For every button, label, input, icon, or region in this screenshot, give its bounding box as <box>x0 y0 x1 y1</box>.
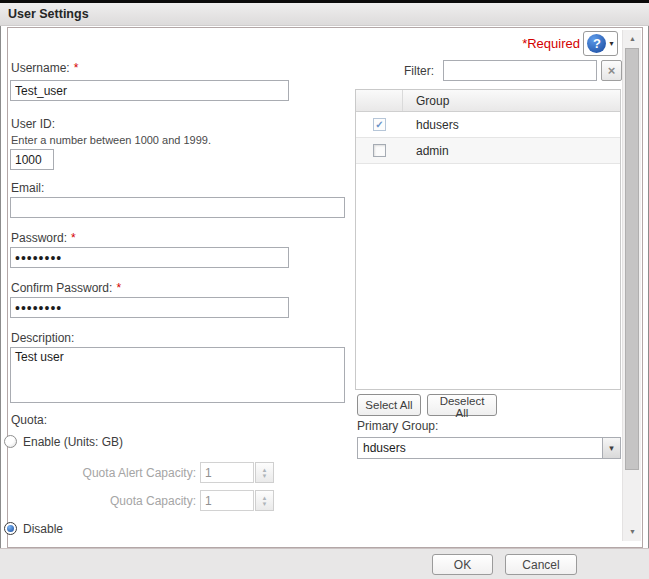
group-name: hdusers <box>403 112 459 137</box>
cancel-button[interactable]: Cancel <box>505 554 577 575</box>
checkbox-cell <box>356 138 403 163</box>
help-button[interactable]: ? ▾ <box>583 31 618 56</box>
group-column-header: Group <box>403 90 449 111</box>
email-input[interactable] <box>10 197 345 218</box>
password-label-text: Password: <box>11 231 67 245</box>
dialog-titlebar: User Settings <box>0 0 649 26</box>
ok-button[interactable]: OK <box>432 554 493 575</box>
spinner-down-icon: ▼ <box>262 473 268 479</box>
quota-enable-label: Enable (Units: GB) <box>23 435 123 449</box>
user-id-input[interactable] <box>10 149 54 170</box>
password-label: Password:* <box>11 231 76 245</box>
deselect-all-button[interactable]: Deselect All <box>427 394 497 416</box>
user-id-hint: Enter a number between 1000 and 1999. <box>11 134 211 146</box>
select-all-button[interactable]: Select All <box>357 394 421 416</box>
checkbox-cell: ✓ <box>356 112 403 137</box>
quota-disable-label: Disable <box>23 522 63 536</box>
close-icon: × <box>608 63 616 78</box>
scroll-down-icon[interactable]: ▼ <box>623 523 642 539</box>
help-icon: ? <box>587 34 606 53</box>
filter-input[interactable] <box>443 60 597 81</box>
quota-alert-capacity-spinner: ▲ ▼ <box>255 462 274 483</box>
password-input[interactable] <box>10 247 289 268</box>
clear-filter-button[interactable]: × <box>601 60 622 81</box>
primary-group-label: Primary Group: <box>357 419 438 433</box>
required-asterisk: * <box>71 231 76 245</box>
confirm-password-label: Confirm Password:* <box>11 281 121 295</box>
quota-capacity-input <box>200 490 254 511</box>
checkbox-unchecked[interactable] <box>373 144 386 157</box>
quota-disable-radio[interactable] <box>4 522 17 535</box>
confirm-password-label-text: Confirm Password: <box>11 281 112 295</box>
email-label: Email: <box>11 181 44 195</box>
scrollbar-track[interactable]: ▲ ▼ <box>622 30 641 541</box>
user-id-label: User ID: <box>11 117 55 131</box>
dialog-title: User Settings <box>8 7 89 21</box>
required-asterisk: * <box>74 61 79 75</box>
group-table: Group ✓ hdusers admin <box>355 89 621 390</box>
username-input[interactable] <box>10 80 289 101</box>
quota-capacity-label: Quota Capacity: <box>20 494 196 508</box>
description-textarea[interactable]: Test user <box>10 347 345 403</box>
quota-alert-capacity-label: Quota Alert Capacity: <box>20 466 196 480</box>
group-name: admin <box>403 138 449 163</box>
spinner-down-icon: ▼ <box>262 501 268 507</box>
quota-alert-capacity-input <box>200 462 254 483</box>
quota-label: Quota: <box>11 413 47 427</box>
primary-group-value: hdusers <box>358 441 602 455</box>
chevron-down-icon: ▾ <box>602 438 620 458</box>
scrollbar-thumb[interactable] <box>625 48 639 470</box>
filter-label: Filter: <box>404 64 434 78</box>
user-settings-dialog: User Settings *Required ? ▾ Username:* U… <box>0 0 649 579</box>
quota-capacity-spinner: ▲ ▼ <box>255 490 274 511</box>
username-label: Username:* <box>11 61 78 75</box>
required-note: *Required <box>470 36 580 51</box>
header-checkbox-column <box>356 90 403 111</box>
primary-group-select[interactable]: hdusers ▾ <box>357 437 621 459</box>
username-label-text: Username: <box>11 61 70 75</box>
description-label: Description: <box>11 331 74 345</box>
chevron-down-icon: ▾ <box>609 39 613 48</box>
quota-enable-radio[interactable] <box>4 435 17 448</box>
confirm-password-input[interactable] <box>10 297 289 318</box>
required-asterisk: * <box>116 281 121 295</box>
checkbox-checked[interactable]: ✓ <box>373 118 386 131</box>
group-table-header[interactable]: Group <box>356 90 620 112</box>
scroll-up-icon[interactable]: ▲ <box>623 30 642 46</box>
table-row[interactable]: ✓ hdusers <box>356 112 620 138</box>
table-row[interactable]: admin <box>356 138 620 164</box>
